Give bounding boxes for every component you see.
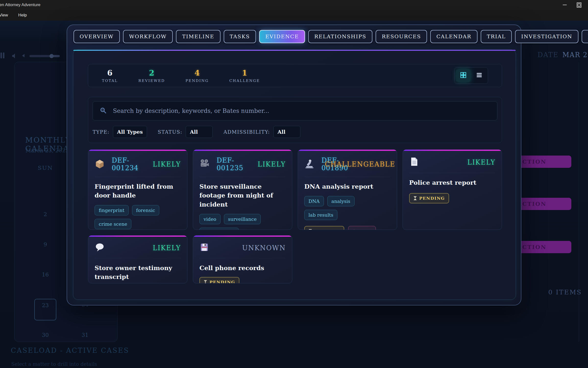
menu-help[interactable]: Help [17, 12, 28, 19]
tab-relationships[interactable]: RELATIONSHIPS [308, 30, 373, 43]
evidence-title: Store surveillance footage from night of… [199, 182, 286, 209]
speaker-icon[interactable] [11, 53, 17, 60]
tab-timeline[interactable]: TIMELINE [176, 30, 220, 43]
tab-workflow[interactable]: WORKFLOW [123, 30, 173, 43]
evidence-card-testimony[interactable]: LIKELY Store owner testimony transcript … [88, 235, 187, 283]
calendar-day[interactable]: 30 [25, 320, 65, 350]
card-divider [409, 173, 495, 173]
view-toggle [454, 67, 488, 84]
package-icon [95, 158, 105, 170]
search-input[interactable] [112, 107, 490, 115]
tab-calendar[interactable]: CALENDAR [430, 30, 478, 43]
badge-list: PENDING [409, 193, 495, 203]
tag-chip: store camera [199, 228, 239, 230]
stat-challenge-label: CHALLENGE [229, 79, 260, 83]
maximize-button[interactable] [573, 1, 585, 8]
tab-tasks[interactable]: TASKS [224, 30, 256, 43]
stat-pending-label: PENDING [185, 79, 209, 83]
tag-chip: DNA [304, 196, 324, 206]
tab-investigation[interactable]: INVESTIGATION [515, 30, 578, 43]
tag-list: DNA analysis lab results [304, 196, 391, 220]
caseload-subtitle: Select a matter to drill into details [11, 361, 97, 367]
hourglass-icon [308, 229, 312, 230]
card-divider [199, 177, 286, 177]
calendar-day[interactable]: 2 [25, 199, 65, 230]
evidence-card-cell-records[interactable]: UNKNOWN Cell phone records PENDING [193, 235, 292, 283]
evidence-card-def-001890[interactable]: DEF-001890 CHALLENGEABLE DNA analysis re… [298, 149, 397, 230]
calendar-day[interactable]: 9 [25, 230, 65, 260]
menu-bar: View Help [0, 10, 588, 21]
action-button[interactable]: ACTION [514, 156, 571, 168]
microscope-icon [304, 158, 315, 170]
background-panel-edge [579, 62, 579, 342]
admissibility-badge: UNKNOWN [242, 244, 286, 252]
window-titlebar: ien Attorney Adventure [0, 0, 588, 10]
calendar-day[interactable]: 31 [65, 320, 105, 350]
search-icon [100, 107, 107, 115]
admissibility-badge: LIKELY [153, 244, 181, 252]
stat-pending: 4 PENDING [185, 68, 209, 83]
movie-camera-icon [199, 158, 210, 170]
menu-view[interactable]: View [0, 12, 10, 19]
search-box[interactable] [93, 101, 497, 120]
grid-view-icon [460, 71, 467, 80]
tag-chip: analysis [327, 196, 355, 206]
card-divider [95, 258, 181, 258]
volume-slider-knob[interactable] [49, 54, 54, 58]
tab-trial[interactable]: TRIAL [481, 30, 512, 43]
type-filter-select[interactable]: All Types [113, 126, 147, 138]
stat-challenge-value: 1 [242, 68, 247, 77]
action-button[interactable]: ACTION [514, 198, 571, 210]
hourglass-icon [413, 196, 417, 200]
list-view-icon [476, 72, 483, 79]
maximize-icon [577, 2, 581, 8]
list-view-button[interactable] [472, 69, 486, 82]
volume-slider[interactable] [29, 55, 60, 57]
hourglass-icon [204, 280, 207, 283]
evidence-title: Store owner testimony transcript [95, 264, 181, 282]
calendar-day[interactable]: 16 [25, 260, 65, 290]
warning-icon [352, 229, 356, 230]
stats-bar: 6 TOTAL 2 REVIEWED 4 PENDING 1 CHALLENGE [88, 64, 502, 87]
speech-balloon-icon [95, 242, 105, 253]
card-header: LIKELY [409, 157, 495, 168]
items-count: 0 ITEMS [548, 289, 582, 296]
calendar-day-selected[interactable]: 23 [34, 299, 56, 320]
risk-badge: RISK [348, 226, 376, 230]
game-date: DATEMAR 23, 2025 [538, 51, 588, 59]
tag-chip: fingerprint [95, 205, 129, 215]
stat-reviewed-value: 2 [149, 68, 154, 77]
day-header-sun: SUN [25, 165, 65, 171]
stat-pending-value: 4 [195, 68, 200, 77]
tab-negotiation[interactable]: NEGOTIATION [582, 30, 588, 43]
action-button[interactable]: ACTION [514, 241, 571, 253]
evidence-card-def-001235[interactable]: DEF-001235 LIKELY Store surveillance foo… [193, 149, 292, 230]
document-icon [409, 157, 419, 168]
stat-reviewed: 2 REVIEWED [138, 68, 165, 83]
card-header: DEF-001890 CHALLENGEABLE [304, 157, 391, 172]
floppy-disk-icon [199, 242, 209, 253]
window-title: ien Attorney Adventure [0, 2, 40, 7]
tag-chip: crime scene [95, 219, 131, 229]
tab-evidence[interactable]: EVIDENCE [259, 30, 305, 43]
admissibility-filter-select[interactable]: All [273, 126, 300, 138]
evidence-title: Fingerprint lifted from door handle [95, 182, 181, 200]
evidence-card-police-report[interactable]: LIKELY Police arrest report PENDING [403, 149, 502, 230]
evidence-id: DEF-001234 [112, 157, 149, 172]
evidence-card-def-001234[interactable]: DEF-001234 LIKELY Fingerprint lifted fro… [88, 149, 187, 230]
prev-icon[interactable] [22, 54, 24, 57]
search-filter-panel: TYPE: All Types STATUS: All ADMISSIBILIT… [88, 97, 502, 143]
tag-chip: lab results [304, 210, 337, 220]
evidence-modal: OVERVIEW WORKFLOW TIMELINE TASKS EVIDENC… [67, 25, 521, 305]
grid-view-button[interactable] [456, 69, 470, 82]
card-divider [199, 258, 286, 258]
evidence-title: DNA analysis report [304, 182, 391, 191]
admissibility-filter-label: ADMISSIBILITY: [223, 129, 270, 135]
tab-resources[interactable]: RESOURCES [376, 30, 427, 43]
minimize-button[interactable] [559, 1, 570, 8]
tag-list: video surveillance store camera [199, 214, 286, 230]
evidence-id: DEF-001235 [217, 157, 254, 172]
card-divider [304, 177, 391, 177]
tab-overview[interactable]: OVERVIEW [74, 30, 120, 43]
status-filter-select[interactable]: All [186, 126, 213, 138]
